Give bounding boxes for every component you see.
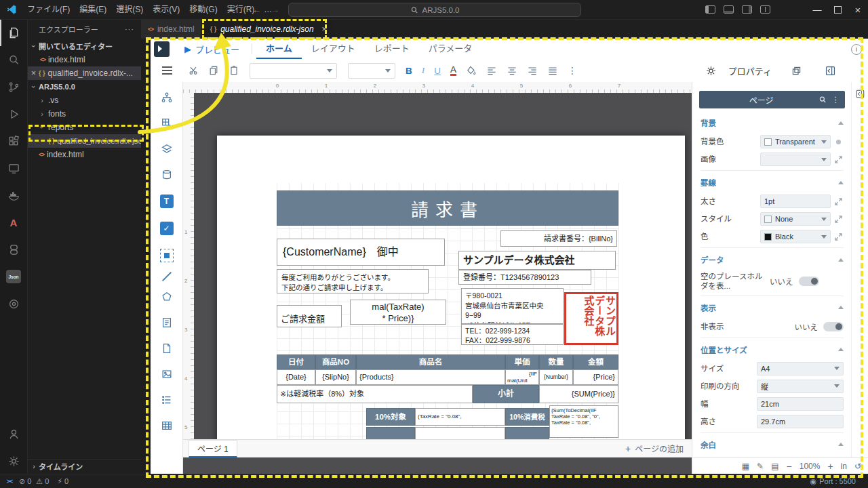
report-tel-field[interactable]: TEL：022-999-1234 FAX：022-999-9876	[461, 324, 564, 345]
border-color-select[interactable]: Black	[760, 230, 831, 243]
maximize-button[interactable]	[827, 0, 848, 19]
preview-button[interactable]: ▶ プレビュー	[176, 43, 248, 56]
customize-layout-icon[interactable]	[760, 5, 770, 14]
tree-folder-fonts[interactable]: › fonts	[28, 107, 141, 121]
border-color-expand-button[interactable]	[833, 233, 844, 241]
table-header-unit-price[interactable]: 単価	[505, 354, 539, 369]
paper-size-select[interactable]: A4	[757, 362, 844, 375]
activity-run-debug-icon[interactable]	[0, 100, 27, 127]
layers-icon[interactable]	[791, 65, 802, 77]
report-customer-field[interactable]: {CustomerName} 御中	[277, 239, 445, 266]
designer-menu-button[interactable]	[151, 70, 183, 71]
tool-textbox-icon[interactable]: T	[160, 195, 174, 208]
table-header-amount[interactable]: 金額	[573, 354, 618, 369]
activity-source-control-icon[interactable]	[0, 73, 27, 100]
cut-icon[interactable]	[188, 65, 199, 76]
tool-container-icon[interactable]	[160, 249, 174, 262]
report-greeting-field[interactable]: 毎度ご利用ありがとうございます。 下記の通りご請求申し上げます。	[277, 269, 429, 293]
timeline-section[interactable]: › タイムライン	[28, 459, 141, 473]
snap-toggle-icon[interactable]: ✎	[757, 462, 764, 471]
zoom-in-button[interactable]: +	[827, 461, 833, 472]
tree-folder-vs[interactable]: › .vs	[28, 94, 141, 107]
minimize-button[interactable]: —	[807, 0, 827, 19]
menu-item-edit[interactable]: 編集(E)	[75, 0, 111, 19]
designer-tab-home[interactable]: ホーム	[256, 39, 302, 59]
tree-folder-reports[interactable]: › reports	[28, 121, 141, 134]
report-amount-label[interactable]: ご請求金額	[277, 305, 342, 327]
designer-tab-report[interactable]: レポート	[365, 39, 419, 59]
properties-target-bar[interactable]: ページ ⋮	[699, 91, 845, 108]
workspace-root-section[interactable]: › ARJS5.0.0	[28, 80, 141, 94]
table-cell-products[interactable]: {Products}	[356, 369, 505, 385]
nav-forward-icon[interactable]: →	[271, 5, 279, 15]
table-header-product-no[interactable]: 商品NO	[315, 354, 356, 369]
report-company-field[interactable]: サンプルデータ株式会社	[458, 251, 616, 270]
tool-data-icon[interactable]	[161, 169, 173, 181]
activity-live-server-icon[interactable]	[0, 290, 27, 317]
settings-gear-icon[interactable]	[0, 447, 27, 474]
orientation-select[interactable]: 縦	[757, 380, 844, 393]
toggle-primary-sidebar-icon[interactable]	[705, 5, 715, 14]
tool-line-icon[interactable]	[161, 272, 171, 281]
tool-hierarchy-icon[interactable]	[161, 92, 173, 104]
zoom-level[interactable]: 100%	[800, 462, 821, 471]
border-style-expand-button[interactable]	[833, 216, 844, 223]
tool-crosstab-icon[interactable]	[161, 117, 173, 129]
tab-qualified-invoice[interactable]: { } qualified_invoice.rdlx-json ×	[202, 19, 335, 39]
tool-shape-icon[interactable]	[161, 291, 173, 303]
table-cell-slip-no[interactable]: {SlipNo}	[315, 369, 356, 385]
tax-8-consumption-clipped[interactable]	[505, 427, 549, 439]
open-editor-qualified-invoice[interactable]: × { } qualified_invoice.rdlx-...	[28, 66, 141, 80]
align-left-icon[interactable]	[486, 65, 497, 76]
section-data[interactable]: データ	[701, 248, 844, 268]
tax-8-expression-clipped[interactable]	[415, 427, 505, 439]
font-size-select[interactable]	[348, 63, 395, 79]
report-amount-expression[interactable]: mal(TaxRate) * Price)}	[350, 300, 446, 325]
properties-gear-icon[interactable]	[705, 65, 717, 77]
subtotal-label[interactable]: 小計	[473, 385, 539, 403]
designer-tab-parameters[interactable]: パラメータ	[419, 39, 482, 59]
bold-button[interactable]: B	[406, 66, 412, 76]
tool-table-icon[interactable]	[161, 420, 173, 432]
image-expand-button[interactable]	[833, 156, 844, 163]
account-icon[interactable]	[0, 420, 27, 447]
table-cell-quantity[interactable]: {Number}	[539, 369, 573, 385]
grid-toggle-icon[interactable]: ▦	[742, 462, 749, 471]
page-1-tab[interactable]: ページ 1	[189, 440, 237, 458]
text-color-button[interactable]: A	[450, 66, 456, 76]
menu-item-selection[interactable]: 選択(S)	[111, 0, 148, 19]
more-options-icon[interactable]: ⋮	[568, 65, 577, 76]
table-cell-unit-price[interactable]: {IIF mal(Unit	[505, 369, 539, 385]
subtotal-value[interactable]: {SUM(Price)}	[539, 385, 618, 403]
close-tab-icon[interactable]: ×	[322, 24, 327, 34]
align-justify-icon[interactable]	[547, 65, 558, 76]
tree-file-qualified-invoice[interactable]: { } qualified_invoice.rdlx-json	[28, 134, 141, 148]
nav-back-icon[interactable]: ←	[252, 5, 261, 15]
section-margin[interactable]: 余白	[701, 433, 844, 453]
menu-item-file[interactable]: ファイル(F)	[22, 0, 75, 19]
activity-extensions-icon[interactable]	[0, 127, 27, 155]
designer-tab-layout[interactable]: レイアウト	[302, 39, 365, 59]
border-style-select[interactable]: None	[760, 212, 831, 226]
activity-search-icon[interactable]	[0, 46, 27, 73]
table-header-product-name[interactable]: 商品名	[356, 354, 505, 369]
table-cell-date[interactable]: {Date}	[277, 369, 315, 385]
placeholder-toggle[interactable]	[799, 277, 819, 286]
report-address-field[interactable]: 〒980-0021 宮城県仙台市青葉区中央9−99 −9仙台駅前ビル 15F	[461, 288, 564, 324]
report-company-stamp[interactable]: サンプルデータ株式会社	[564, 292, 618, 345]
open-editors-section[interactable]: › 開いているエディター	[28, 39, 141, 53]
section-visibility[interactable]: 表示	[701, 296, 844, 316]
tax-10-label[interactable]: 10%対象	[366, 408, 415, 426]
activity-docker-icon[interactable]	[0, 182, 27, 209]
tab-index-html[interactable]: <> index.html	[141, 19, 202, 39]
toggle-panel-icon[interactable]	[724, 5, 734, 14]
report-regno-field[interactable]: 登録番号：T1234567890123	[458, 270, 591, 285]
history-button[interactable]: ↺	[854, 462, 861, 471]
panel-toggle-icon[interactable]	[825, 65, 836, 77]
activity-json-icon[interactable]: Json	[0, 263, 27, 290]
section-background[interactable]: 背景	[701, 111, 844, 131]
bgcolor-detail-button[interactable]	[833, 140, 844, 144]
unit-select[interactable]: in	[841, 462, 847, 471]
fill-color-icon[interactable]	[466, 65, 477, 76]
live-server-port[interactable]: ◉ Port : 5500	[810, 477, 856, 486]
